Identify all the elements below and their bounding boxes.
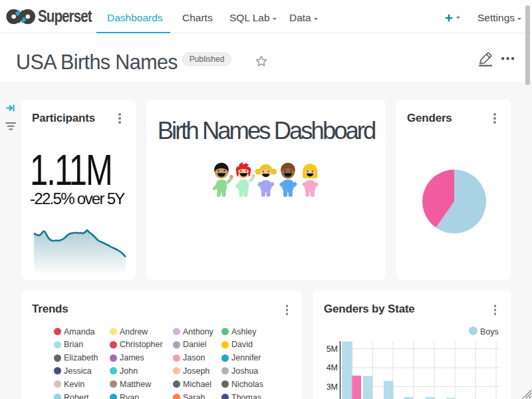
svg-text:5M: 5M xyxy=(327,344,338,354)
svg-text:3M: 3M xyxy=(327,382,338,392)
svg-text:4M: 4M xyxy=(327,363,338,372)
